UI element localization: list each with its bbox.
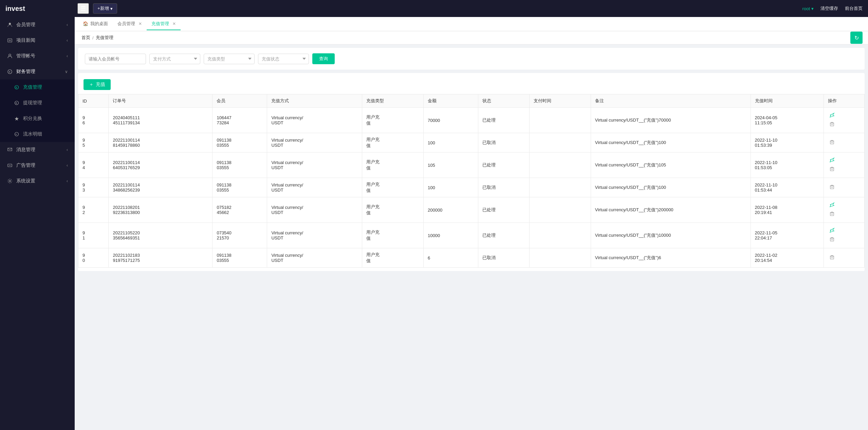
sidebar-item-ads[interactable]: 广告管理 ‹ [0,158,75,173]
table-cell: 9 1 [78,223,109,248]
frontend-home-button[interactable]: 前台首页 [845,5,863,12]
member-mgmt-tab-close[interactable]: ✕ [138,21,142,26]
col-remark: 备注 [591,94,751,108]
delete-button[interactable] [828,139,836,147]
send-button[interactable] [828,201,836,210]
table-body: 9 620240405111 45111739134106447 73284Vi… [78,108,865,268]
user-menu[interactable]: root ▾ [802,6,814,11]
add-new-button[interactable]: +新增 ▾ [93,3,117,14]
username-label: root [802,6,810,11]
sidebar-item-finance[interactable]: ¥ 财务管理 ∨ [0,64,75,79]
tab-recharge-mgmt[interactable]: 充值管理 ✕ [147,18,181,30]
send-button[interactable] [828,112,836,120]
table-cell: 用户充 值 [362,248,423,268]
delete-button[interactable] [828,254,836,262]
table-cell: 用户充 值 [362,223,423,248]
sidebar-item-points[interactable]: ★ 积分兑换 [0,111,75,126]
member-mgmt-tab-label: 会员管理 [117,21,135,27]
delete-button[interactable] [828,183,836,192]
send-button[interactable] [828,227,836,235]
recharge-type-select[interactable]: 充值类型 [204,54,255,64]
table-cell: Virtual currency/ USDT [267,178,362,197]
clear-cache-button[interactable]: 清空缓存 [820,5,838,12]
table-header: ID 订单号 会员 充值方式 充值类型 金额 状态 支付时间 备注 充值时间 操… [78,94,865,108]
table-cell: 9 5 [78,133,109,153]
col-member: 会员 [213,94,267,108]
refresh-button[interactable]: ↻ [850,32,863,44]
sidebar-item-manage-account-label: 管理帐号 [16,53,63,59]
flow-icon: ≡ [14,131,20,137]
sidebar-item-withdraw[interactable]: $ 提现管理 [0,95,75,111]
app-logo: invest [5,5,73,13]
sidebar-item-project-news-arrow: ‹ [67,38,68,43]
col-pay-time: 支付时间 [529,94,591,108]
table-cell: 20221105220 35656469351 [109,223,213,248]
table-cell [529,133,591,153]
delete-button[interactable] [828,165,836,174]
tab-bar: 🏠 我的桌面 会员管理 ✕ 充值管理 ✕ [75,17,868,31]
breadcrumb-current: 充值管理 [96,35,113,41]
tab-desktop[interactable]: 🏠 我的桌面 [78,18,113,30]
col-status: 状态 [478,94,529,108]
sidebar-item-recharge[interactable]: $ 充值管理 [0,79,75,95]
table-cell: Virtual currency/ USDT [267,133,362,153]
sidebar-item-message-arrow: ‹ [67,147,68,152]
table-cell: Virtual currency/USDT__("充值")100 [591,133,751,153]
table-cell [529,108,591,133]
svg-point-15 [9,180,11,182]
send-button[interactable] [828,157,836,165]
sidebar-item-message[interactable]: 消息管理 ‹ [0,142,75,158]
table-cell [529,178,591,197]
delete-button[interactable] [828,236,836,244]
table-cell: Virtual currency/USDT__("充值")200000 [591,197,751,223]
sidebar-item-withdraw-label: 提现管理 [23,100,68,106]
table-cell [529,223,591,248]
recharge-table: ID 订单号 会员 充值方式 充值类型 金额 状态 支付时间 备注 充值时间 操… [78,94,865,268]
sidebar-sub-finance: $ 充值管理 $ 提现管理 ★ 积分兑换 ≡ 流水明细 [0,79,75,142]
breadcrumb-home[interactable]: 首页 [81,35,90,41]
add-arrow-icon: ▾ [110,6,113,11]
table-cell: 20240405111 45111739134 [109,108,213,133]
table-action-cell [824,178,864,197]
delete-button[interactable] [828,121,836,129]
points-icon: ★ [14,115,20,122]
col-order-no: 订单号 [109,94,213,108]
delete-button[interactable] [828,210,836,218]
recharge-status-select[interactable]: 充值状态 [258,54,309,64]
payment-method-select[interactable]: 支付方式 [149,54,200,64]
add-icon: ＋ [89,82,94,88]
add-recharge-button[interactable]: ＋ 充值 [84,79,111,90]
sidebar-item-flow[interactable]: ≡ 流水明细 [0,126,75,142]
sidebar-item-member[interactable]: 会员管理 ‹ [0,17,75,33]
tab-member-mgmt[interactable]: 会员管理 ✕ [113,18,147,30]
user-arrow-icon: ▾ [811,6,814,11]
svg-rect-1 [8,39,12,42]
table-cell: 2022-11-10 01:53:44 [751,178,824,197]
sidebar-item-project-news[interactable]: 项目新闻 ‹ [0,33,75,48]
table-action-cell [824,133,864,153]
table-cell: 2024-04-05 11:15:05 [751,108,824,133]
menu-toggle-button[interactable]: ☰ [77,3,89,14]
recharge-mgmt-tab-close[interactable]: ✕ [172,21,176,26]
content-area: 🏠 我的桌面 会员管理 ✕ 充值管理 ✕ 首页 / 充值管理 [75,17,868,430]
svg-rect-28 [830,186,834,189]
svg-rect-40 [830,256,834,259]
main-layout: 会员管理 ‹ 项目新闻 ‹ 管理帐号 ‹ ¥ 财务管理 ∨ [0,17,868,430]
svg-point-0 [9,23,11,25]
table-toolbar: ＋ 充值 [78,76,865,94]
sidebar-item-settings[interactable]: 系统设置 ‹ [0,173,75,189]
table-action-cell [824,223,864,248]
table-cell: 20221100114 81459178860 [109,133,213,153]
table-cell: 20221100114 64053176529 [109,153,213,178]
sidebar-item-manage-account[interactable]: 管理帐号 ‹ [0,48,75,64]
recharge-icon: $ [14,84,20,90]
col-id: ID [78,94,109,108]
table-cell: 105 [423,153,478,178]
table-cell: 20221108201 92236313800 [109,197,213,223]
table-cell: 已处理 [478,108,529,133]
search-button[interactable]: 查询 [312,53,335,64]
sidebar-item-member-label: 会员管理 [16,22,63,28]
member-account-input[interactable] [85,54,146,64]
col-amount: 金额 [423,94,478,108]
svg-rect-24 [830,168,834,171]
